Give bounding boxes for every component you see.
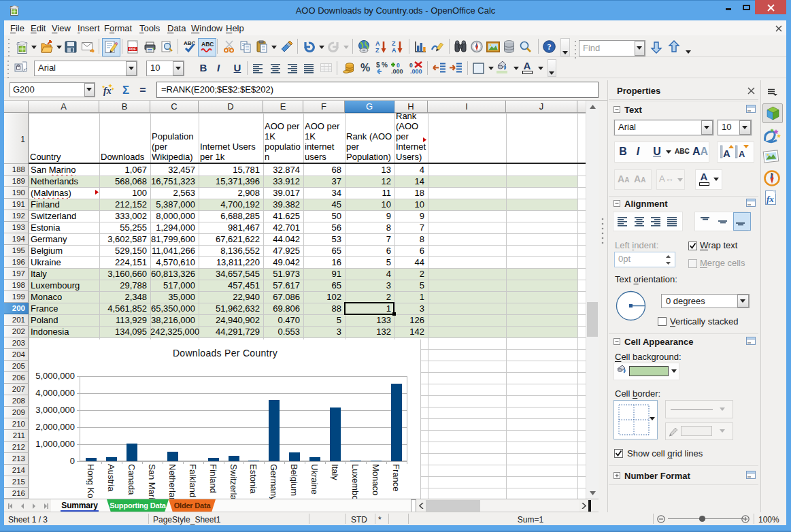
svg-text:%: % (382, 61, 388, 69)
svg-text:?: ? (547, 42, 551, 52)
svg-text:ABC: ABC (201, 41, 214, 48)
svg-text:A: A (375, 40, 380, 47)
svg-text:.000: .000 (410, 68, 422, 75)
svg-text:Z: Z (392, 40, 396, 47)
svg-text:N: N (771, 172, 773, 176)
svg-text:Z: Z (375, 47, 380, 54)
svg-text:A: A (739, 149, 745, 159)
svg-text:$: $ (376, 61, 380, 69)
svg-text:PDF: PDF (129, 47, 136, 51)
svg-text:A: A (392, 47, 397, 54)
svg-text:fx: fx (767, 194, 774, 204)
svg-text:.000: .000 (391, 68, 403, 75)
svg-text:A: A (723, 148, 730, 159)
